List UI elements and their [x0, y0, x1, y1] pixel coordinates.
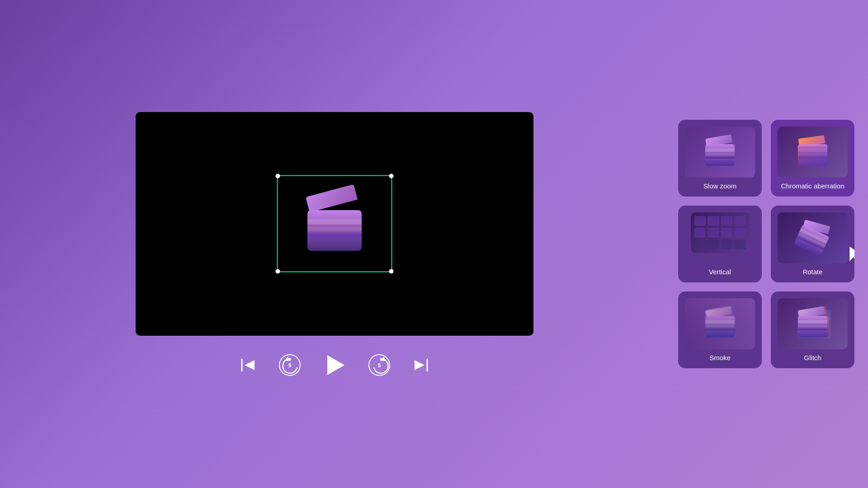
forward-button[interactable]: 5: [368, 354, 390, 376]
selection-handle-bl[interactable]: [276, 269, 280, 274]
effect-thumb-smoke: [685, 298, 755, 349]
effect-thumb-glitch: [778, 298, 848, 349]
selection-handle-tr[interactable]: [389, 174, 394, 178]
effect-label-glitch: Glitch: [804, 354, 821, 361]
effect-thumb-chromatic: [778, 127, 848, 178]
forward-circle: 5: [368, 354, 390, 376]
selection-handle-tl[interactable]: [276, 174, 280, 178]
left-panel: 5 5: [0, 0, 669, 488]
effect-card-chromatic-aberration[interactable]: Chromatic aberration: [771, 120, 854, 197]
effect-card-glitch[interactable]: Glitch: [771, 291, 854, 368]
mini-clapper-chromatic: [797, 139, 829, 166]
effect-label-vertical: Vertical: [709, 268, 731, 276]
mini-clapper-slow-zoom: [704, 139, 736, 166]
skip-back-button[interactable]: [240, 357, 256, 373]
play-icon: [327, 355, 344, 375]
video-player: [136, 112, 533, 336]
effect-label-slow-zoom: Slow zoom: [703, 182, 736, 190]
mini-clapper-smoke: [704, 310, 736, 338]
mini-clapper-glitch: [797, 310, 829, 338]
selection-box: [277, 175, 392, 272]
mini-clapper-rotate: [793, 219, 833, 257]
effect-label-chromatic-aberration: Chromatic aberration: [781, 182, 844, 190]
effect-label-rotate: Rotate: [802, 268, 822, 276]
effect-thumb-rotate: [778, 212, 848, 263]
rewind-circle: 5: [279, 354, 301, 376]
glitch-clapper-wrapper: [797, 310, 829, 338]
selection-handle-br[interactable]: [389, 269, 394, 274]
effect-label-smoke: Smoke: [709, 354, 731, 361]
effects-grid: Slow zoom Chromatic aberration: [678, 120, 854, 368]
effect-card-smoke[interactable]: Smoke: [678, 291, 762, 368]
cursor-pointer: [848, 244, 854, 269]
rewind-seconds: 5: [288, 362, 292, 369]
playback-controls: 5 5: [240, 354, 429, 376]
rewind-button[interactable]: 5: [279, 354, 301, 376]
effects-panel: Slow zoom Chromatic aberration: [669, 0, 868, 488]
effect-thumb-slow-zoom: [685, 127, 755, 178]
effect-card-vertical[interactable]: Vertical: [678, 206, 762, 282]
skip-forward-button[interactable]: [413, 357, 429, 373]
play-button[interactable]: [323, 354, 346, 376]
effect-thumb-vertical: [691, 212, 750, 253]
forward-seconds: 5: [378, 362, 381, 369]
effect-card-rotate[interactable]: Rotate: [771, 206, 854, 282]
effect-card-slow-zoom[interactable]: Slow zoom: [678, 120, 762, 197]
